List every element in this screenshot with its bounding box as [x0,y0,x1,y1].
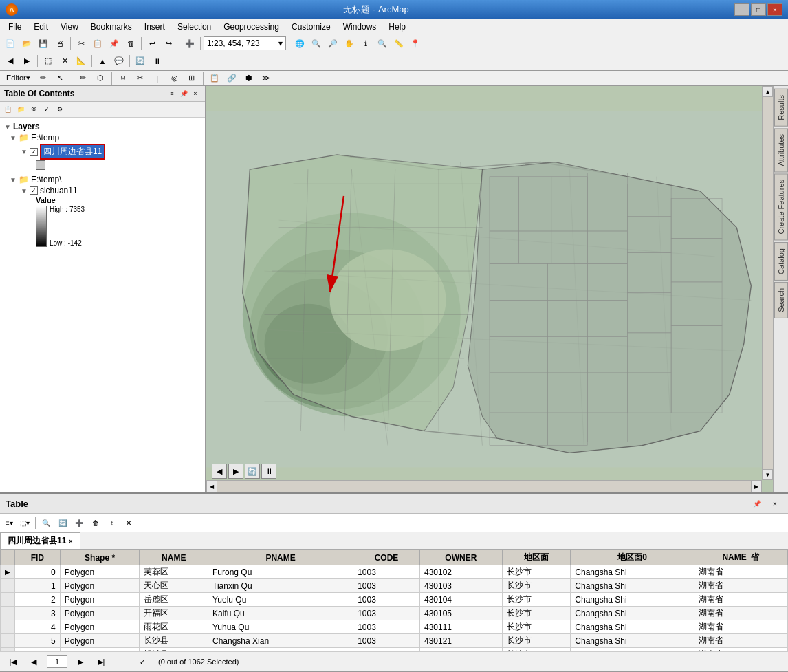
record-page-input[interactable] [47,655,67,668]
col-pname[interactable]: PNAME [208,550,353,565]
more-tools-btn[interactable]: ≫ [259,71,274,86]
map-prev-extent[interactable]: ◀ [212,464,227,479]
toc-by-drawing[interactable]: 📋 [1,103,14,116]
redo-button[interactable]: ↪ [161,36,176,51]
last-record-btn[interactable]: ▶| [94,654,109,669]
search-tab[interactable]: Search [774,282,788,318]
toc-by-source[interactable]: 📁 [14,103,27,116]
close-button[interactable]: × [767,3,782,16]
col-name[interactable]: NAME [140,550,208,565]
html-popup-btn[interactable]: 💬 [111,54,127,69]
toc-group2[interactable]: ▼ 📁 E:\temp\ [8,174,202,185]
menu-file[interactable]: File [3,19,27,34]
copy-button[interactable]: 📋 [90,36,105,51]
table-add-field-btn[interactable]: ➕ [72,515,87,530]
col-area[interactable]: 地区面 [502,550,571,565]
pause-btn[interactable]: ⏸ [149,54,164,69]
layer-checkbox-1[interactable]: ✓ [30,148,38,156]
table-delete-field-btn[interactable]: 🗑 [88,515,103,530]
clip-btn[interactable]: ✂ [133,71,148,86]
menu-insert[interactable]: Insert [139,19,171,34]
table-row[interactable]: 2 Polygon 岳麓区 Yuelu Qu 1003 430104 长沙市 C… [1,593,788,607]
table-content[interactable]: FID Shape * NAME PNAME CODE OWNER 地区面 地区… [0,550,788,651]
table-delete-row-btn[interactable]: ✕ [121,515,136,530]
table-row[interactable]: 1 Polygon 天心区 Tianxin Qu 1003 430103 长沙市… [1,579,788,593]
attributes-btn[interactable]: 📋 [207,71,222,86]
new-button[interactable]: 📄 [3,36,18,51]
next-record-btn[interactable]: ▶ [73,654,88,669]
table-options-btn[interactable]: ≡▾ [3,515,16,530]
map-next-extent[interactable]: ▶ [228,464,243,479]
menu-help[interactable]: Help [383,19,411,34]
pointer-btn[interactable]: ▲ [95,54,110,69]
col-area0[interactable]: 地区面0 [571,550,694,565]
menu-windows[interactable]: Windows [338,19,382,34]
pan-button[interactable]: ✋ [342,36,357,51]
map-refresh[interactable]: 🔄 [245,464,260,479]
show-all-records-btn[interactable]: ☰ [114,654,129,669]
map-scrollbar-h[interactable]: ◀ ▶ [206,480,762,492]
col-owner[interactable]: OWNER [419,550,502,565]
menu-edit[interactable]: Edit [28,19,54,34]
toc-list-btn[interactable]: ≡ [166,88,177,99]
create-features-tab[interactable]: Create Features [774,173,788,240]
menu-bookmarks[interactable]: Bookmarks [85,19,138,34]
toc-by-visibility[interactable]: 👁 [28,103,40,116]
zoom-in-btn[interactable]: 🔍 [309,36,324,51]
union-btn[interactable]: ⊎ [116,71,131,86]
table-row[interactable]: 4 Polygon 雨花区 Yuhua Qu 1003 430111 长沙市 C… [1,620,788,634]
map-scrollbar-v[interactable]: ▲ ▼ [762,86,773,480]
first-record-btn[interactable]: |◀ [6,654,21,669]
maximize-button[interactable]: □ [751,3,766,16]
table-row[interactable]: ▶ 0 Polygon 芙蓉区 Furong Qu 1003 430102 长沙… [1,565,788,579]
toc-layer-raster[interactable]: ▼ ✓ sichuan11 [19,185,202,196]
delete-button[interactable]: 🗑 [123,36,138,51]
catalog-tab[interactable]: Catalog [774,242,788,281]
undo-button[interactable]: ↩ [144,36,160,51]
table-zoom-btn[interactable]: 🔍 [39,515,54,530]
table-row[interactable]: 5 Polygon 长沙县 Changsha Xian 1003 430121 … [1,634,788,648]
menu-selection[interactable]: Selection [172,19,217,34]
toc-options[interactable]: ⚙ [54,103,66,116]
map-pause[interactable]: ⏸ [261,464,276,479]
delete-vertex-btn[interactable]: ⬡ [93,71,108,86]
selected-records-btn[interactable]: ✓ [135,654,150,669]
toc-pin-btn[interactable]: 📌 [178,88,189,99]
table-select-btn[interactable]: ⬚▾ [17,515,32,530]
toc-layers-root[interactable]: ▼ Layers [3,121,202,132]
tab-close-icon[interactable]: × [69,538,72,545]
menu-geoprocessing[interactable]: Geoprocessing [218,19,285,34]
attributes-tab[interactable]: Attributes [774,128,788,172]
toc-by-selection[interactable]: ✓ [41,103,53,116]
sketch-tool-btn[interactable]: ✏ [76,71,91,86]
save-button[interactable]: 💾 [36,36,51,51]
zoom-out-btn[interactable]: 🔎 [325,36,340,51]
results-tab[interactable]: Results [774,89,788,127]
table-refresh-btn[interactable]: 🔄 [55,515,70,530]
table-row[interactable]: 3 Polygon 开福区 Kaifu Qu 1003 430105 长沙市 C… [1,607,788,620]
buffer-btn[interactable]: ◎ [167,71,182,86]
toc-close-btn[interactable]: × [190,88,201,99]
snapping-btn[interactable]: 🔗 [224,71,239,86]
select-features-btn[interactable]: ⬚ [41,54,56,69]
col-fid[interactable]: FID [15,550,61,565]
zoom-full-extent[interactable]: 🌐 [292,36,307,51]
editor-dropdown[interactable]: Editor▾ [3,71,34,86]
scale-input[interactable]: 1:23, 454, 723 ▾ [204,36,286,50]
table-clear-sort-btn[interactable]: ↕ [105,515,120,530]
map-area[interactable]: ◀ ▶ 🔄 ⏸ ▲ ▼ ◀ ▶ [206,86,773,492]
split-btn[interactable]: | [150,71,165,86]
col-code[interactable]: CODE [353,550,420,565]
zoom-prev[interactable]: ◀ [3,54,18,69]
paste-button[interactable]: 📌 [107,36,122,51]
layer-checkbox-2[interactable]: ✓ [30,186,38,195]
goto-xy-button[interactable]: 📍 [408,36,423,51]
minimize-button[interactable]: − [734,3,749,16]
menu-view[interactable]: View [55,19,84,34]
cut-button[interactable]: ✂ [74,36,89,51]
clear-selection-btn[interactable]: ✕ [57,54,72,69]
menu-customize[interactable]: Customize [286,19,336,34]
find-button[interactable]: 🔍 [375,36,390,51]
toc-layer-sichuan11-poly[interactable]: ▼ ✓ 四川周边省县11 [19,143,202,160]
refresh-btn[interactable]: 🔄 [133,54,148,69]
